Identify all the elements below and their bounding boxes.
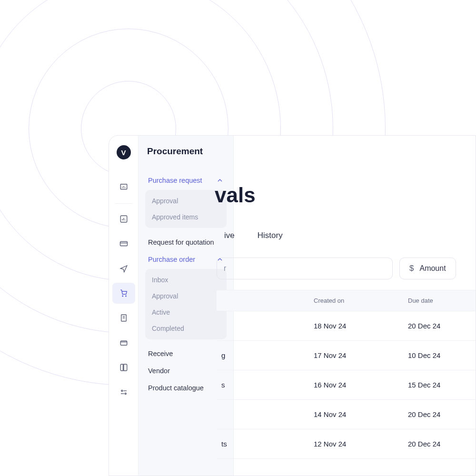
nav-divider [115, 203, 132, 204]
icon-rail: V [109, 136, 139, 476]
table-row[interactable]: 14 Nov 24 20 Dec 24 [217, 400, 476, 429]
table-header: Created on Due date [217, 290, 476, 311]
data-table: Created on Due date 18 Nov 24 20 Dec 24 … [217, 290, 476, 459]
cell-due: 20 Dec 24 [403, 410, 440, 418]
cell-created: 17 Nov 24 [309, 351, 403, 359]
tabs: ive History [224, 231, 476, 240]
table-row[interactable]: s 16 Nov 24 15 Dec 24 [217, 370, 476, 400]
tab-history[interactable]: History [258, 231, 283, 240]
cell-created: 16 Nov 24 [309, 381, 403, 389]
table-row[interactable]: ts 12 Nov 24 20 Dec 24 [217, 429, 476, 459]
nav-dashboard-icon[interactable] [112, 177, 135, 198]
sidebar-item-rfq[interactable]: Request for quotation [144, 234, 228, 251]
col-header-created: Created on [309, 297, 403, 304]
logo-letter: V [121, 149, 126, 157]
app-window: V Procurement [109, 135, 476, 476]
nav-cart-icon[interactable] [112, 283, 135, 304]
svg-rect-2 [120, 242, 127, 246]
svg-point-4 [122, 296, 123, 297]
sidebar-item-purchase-order[interactable]: Purchase order [144, 251, 228, 268]
nav-settings-icon[interactable] [112, 382, 135, 403]
table-row[interactable]: 18 Nov 24 20 Dec 24 [217, 311, 476, 341]
nav-wallet-icon[interactable] [112, 332, 135, 353]
submenu-item-active[interactable]: Active [145, 304, 227, 320]
nav-analytics-icon[interactable] [112, 208, 135, 229]
sidebar-title: Procurement [144, 146, 228, 157]
tab-active[interactable]: ive [224, 231, 235, 240]
filter-row: r $ Amount [217, 258, 476, 279]
amount-label: Amount [419, 264, 446, 273]
main-content: vals ive History r $ Amount Created on D… [234, 136, 476, 476]
svg-point-10 [121, 390, 122, 392]
cell-item: s [217, 381, 309, 389]
col-header-item [217, 297, 309, 304]
submenu-item-inbox[interactable]: Inbox [145, 272, 227, 288]
amount-button[interactable]: $ Amount [399, 258, 456, 279]
cell-due: 10 Dec 24 [403, 351, 440, 359]
page-title: vals [215, 183, 476, 207]
submenu-item-approval-po[interactable]: Approval [145, 288, 227, 304]
nav-book-icon[interactable] [112, 357, 135, 378]
cell-due: 20 Dec 24 [403, 440, 440, 448]
sidebar-item-label: Purchase request [148, 177, 202, 184]
svg-rect-9 [120, 341, 127, 345]
cell-item: g [217, 351, 309, 359]
submenu-item-completed[interactable]: Completed [145, 320, 227, 337]
filter-placeholder: r [224, 264, 226, 273]
col-header-due: Due date [403, 297, 433, 304]
sidebar-item-label: Purchase order [148, 256, 195, 263]
cell-due: 20 Dec 24 [403, 322, 440, 330]
cell-created: 14 Nov 24 [309, 410, 403, 418]
cell-item: ts [217, 440, 309, 448]
submenu-purchase-order: Inbox Approval Active Completed [145, 269, 227, 339]
sidebar-item-product-catalogue[interactable]: Product catalogue [144, 379, 228, 397]
cell-created: 12 Nov 24 [309, 440, 403, 448]
sidebar-item-vendor[interactable]: Vendor [144, 362, 228, 379]
filter-input[interactable]: r [217, 258, 393, 279]
nav-payments-icon[interactable] [112, 233, 135, 254]
dollar-icon: $ [409, 264, 414, 273]
app-logo: V [117, 145, 131, 159]
cell-created: 18 Nov 24 [309, 322, 403, 330]
svg-point-12 [125, 393, 126, 395]
svg-point-5 [125, 296, 126, 297]
table-row[interactable]: g 17 Nov 24 10 Dec 24 [217, 341, 476, 370]
cell-due: 15 Dec 24 [403, 381, 440, 389]
nav-send-icon[interactable] [112, 258, 135, 279]
sidebar-item-receive[interactable]: Receive [144, 345, 228, 362]
cell-item [217, 322, 309, 330]
submenu-item-approved-items[interactable]: Approved items [145, 209, 227, 225]
nav-document-icon[interactable] [112, 307, 135, 328]
cell-item [217, 410, 309, 418]
